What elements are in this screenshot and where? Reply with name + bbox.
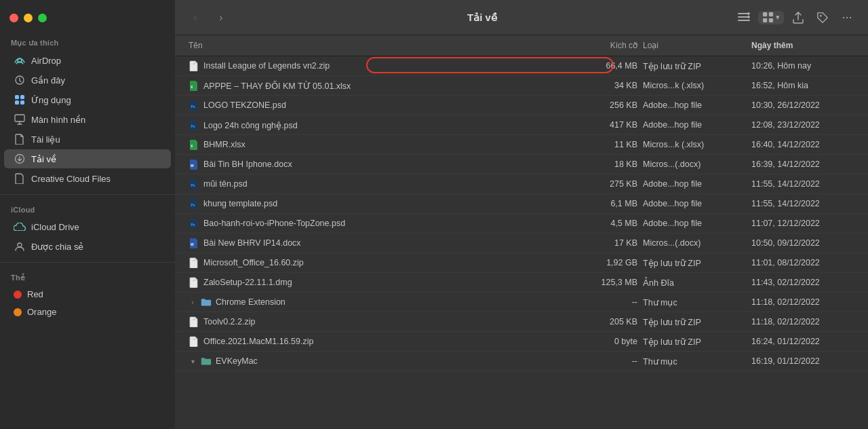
file-row-12[interactable]: ›Chrome Extension--Thư mục11:18, 02/12/2… — [175, 293, 868, 312]
file-row-10[interactable]: Microsoft_Office_16.60.zip1,92 GBTệp lưu… — [175, 253, 868, 273]
svg-text:W: W — [191, 242, 194, 246]
file-row-15[interactable]: ▾EVKeyMac--Thư mục16:19, 01/12/2022 — [175, 352, 868, 371]
file-name-text-12: Chrome Extension — [216, 297, 285, 307]
file-name-text-8: Bao-hanh-roi-vo-iPhone-TopZone.psd — [203, 219, 345, 228]
sidebar-item-applications[interactable]: Ứng dụng — [4, 90, 171, 109]
file-kind-2: Adobe...hop file — [640, 99, 749, 111]
file-date-11: 11:43, 02/12/2022 — [749, 276, 857, 288]
file-name-text-3: Logo 24h công nghệ.psd — [203, 120, 298, 130]
col-size[interactable]: Kích cỡ — [559, 38, 640, 53]
file-date-1: 16:52, Hôm kia — [749, 79, 857, 92]
file-name-text-9: Bài New BHRV IP14.docx — [203, 238, 301, 248]
svg-text:Ps: Ps — [191, 203, 195, 207]
col-kind[interactable]: Loại — [640, 38, 749, 53]
file-row-7[interactable]: Pskhung template.psd6,1 MBAdobe...hop fi… — [175, 194, 868, 214]
file-row-0[interactable]: Install League of Legends vn2.zip66,4 MB… — [175, 56, 868, 76]
svg-text:Ps: Ps — [191, 124, 195, 128]
back-button[interactable]: ‹ — [186, 8, 205, 27]
file-size-4: 11 KB — [559, 138, 640, 151]
sidebar-item-desktop[interactable]: Màn hình nền — [4, 110, 171, 129]
file-kind-4: Micros...k (.xlsx) — [640, 138, 749, 151]
svg-point-8 — [18, 243, 22, 247]
file-date-4: 16:40, 14/12/2022 — [749, 138, 857, 151]
file-size-3: 417 KB — [559, 119, 640, 131]
file-row-14[interactable]: Office.2021.MacM1.16.59.zip0 byteTệp lưu… — [175, 332, 868, 352]
file-name-cell-1: XAPPPE – THAY ĐỔI KM TỪ 05.01.xlsx — [186, 77, 559, 94]
tags-section-label: Thẻ — [0, 268, 175, 285]
toolbar-title: Tải về — [237, 12, 727, 24]
sidebar-item-documents[interactable]: Tài liệu — [4, 130, 171, 149]
file-kind-6: Adobe...hop file — [640, 178, 749, 190]
file-row-5[interactable]: WBài Tin BH Iphone.docx18 KBMicros...(.d… — [175, 155, 868, 174]
file-row-8[interactable]: PsBao-hanh-roi-vo-iPhone-TopZone.psd4,5 … — [175, 214, 868, 234]
sidebar-icon-airdrop — [14, 54, 26, 67]
close-button[interactable] — [9, 14, 18, 22]
file-date-10: 11:01, 08/12/2022 — [749, 257, 857, 269]
file-name-text-7: khung template.psd — [203, 199, 277, 208]
sidebar-label-applications: Ứng dụng — [31, 95, 71, 105]
file-name-text-14: Office.2021.MacM1.16.59.zip — [203, 337, 313, 346]
file-icon-1: X — [189, 79, 199, 92]
table-row: XAPPPE – THAY ĐỔI KM TỪ 05.01.xlsx34 KBM… — [175, 76, 868, 96]
file-kind-13: Tệp lưu trữ ZIP — [640, 316, 749, 329]
file-name-text-4: BHMR.xlsx — [203, 140, 245, 149]
sidebar-item-shared[interactable]: Được chia sẻ — [4, 237, 171, 256]
sidebar-item-airdrop[interactable]: AirDrop — [4, 51, 171, 70]
expand-arrow-15[interactable]: ▾ — [189, 358, 197, 365]
file-icon-14 — [189, 335, 199, 348]
sidebar-item-tag-red[interactable]: Red — [4, 286, 171, 303]
sidebar-label-recents: Gần đây — [31, 75, 65, 86]
sidebar-icon-documents — [14, 133, 26, 145]
file-name-cell-2: PsLOGO TEKZONE.psd — [186, 97, 559, 113]
file-name-cell-8: PsBao-hanh-roi-vo-iPhone-TopZone.psd — [186, 215, 559, 231]
svg-rect-17 — [193, 63, 195, 64]
more-button[interactable]: ··· — [837, 8, 857, 27]
file-size-13: 205 KB — [559, 316, 640, 328]
file-row-6[interactable]: Psmũi tên.psd275 KBAdobe...hop file11:55… — [175, 174, 868, 194]
sidebar-label-airdrop: AirDrop — [31, 56, 61, 66]
minimize-button[interactable] — [24, 14, 33, 22]
table-row: ▾EVKeyMac--Thư mục16:19, 01/12/2022 — [175, 352, 868, 371]
svg-rect-6 — [15, 115, 24, 122]
svg-rect-5 — [20, 100, 24, 105]
file-name-cell-7: Pskhung template.psd — [186, 195, 559, 212]
file-name-text-13: Toolv0.2.2.zip — [203, 317, 255, 327]
file-row-9[interactable]: WBài New BHRV IP14.docx17 KBMicros...(.d… — [175, 234, 868, 253]
tag-button[interactable] — [812, 8, 833, 27]
forward-button[interactable]: › — [212, 8, 231, 27]
file-name-text-11: ZaloSetup-22.11.1.dmg — [203, 278, 292, 287]
file-row-4[interactable]: XBHMR.xlsx11 KBMicros...k (.xlsx)16:40, … — [175, 135, 868, 155]
file-row-1[interactable]: XAPPPE – THAY ĐỔI KM TỪ 05.01.xlsx34 KBM… — [175, 76, 868, 96]
expand-arrow-12[interactable]: › — [189, 299, 197, 306]
file-row-2[interactable]: PsLOGO TEKZONE.psd256 KBAdobe...hop file… — [175, 96, 868, 115]
file-row-3[interactable]: PsLogo 24h công nghệ.psd417 KBAdobe...ho… — [175, 115, 868, 135]
svg-text:W: W — [191, 164, 194, 168]
sidebar-item-downloads[interactable]: Tải về — [4, 149, 171, 168]
sidebar-item-recents[interactable]: Gần đây — [4, 71, 171, 90]
svg-rect-15 — [769, 18, 773, 22]
share-button[interactable] — [788, 8, 808, 27]
sidebar: Mục ưa thích AirDropGần đâyỨng dụngMàn h… — [0, 0, 175, 429]
list-view-button[interactable] — [734, 8, 754, 27]
sidebar-item-icloud-drive[interactable]: iCloud Drive — [4, 217, 171, 236]
col-date[interactable]: Ngày thêm — [749, 38, 857, 53]
file-icon-2: Ps — [189, 98, 199, 112]
sidebar-label-tag-red: Red — [27, 289, 43, 299]
file-row-11[interactable]: ZaloSetup-22.11.1.dmg125,3 MBẢnh Đĩa11:4… — [175, 273, 868, 293]
svg-text:Ps: Ps — [191, 223, 195, 227]
file-date-9: 10:50, 09/12/2022 — [749, 237, 857, 249]
file-size-1: 34 KB — [559, 79, 640, 92]
col-name[interactable]: Tên — [186, 38, 559, 53]
table-row: PsBao-hanh-roi-vo-iPhone-TopZone.psd4,5 … — [175, 214, 868, 234]
sidebar-item-tag-orange[interactable]: Orange — [4, 303, 171, 320]
icloud-section-label: iCloud — [0, 200, 175, 217]
sidebar-icon-shared — [14, 240, 26, 253]
zoom-button[interactable] — [38, 14, 47, 22]
sidebar-label-creative-cloud: Creative Cloud Files — [31, 174, 111, 184]
traffic-lights — [0, 8, 175, 33]
file-row-13[interactable]: Toolv0.2.2.zip205 KBTệp lưu trữ ZIP11:18… — [175, 312, 868, 332]
grid-view-button[interactable]: ▾ — [758, 11, 784, 24]
file-icon-9: W — [189, 236, 199, 250]
file-name-cell-3: PsLogo 24h công nghệ.psd — [186, 117, 559, 133]
sidebar-item-creative-cloud[interactable]: Creative Cloud Files — [4, 169, 171, 188]
